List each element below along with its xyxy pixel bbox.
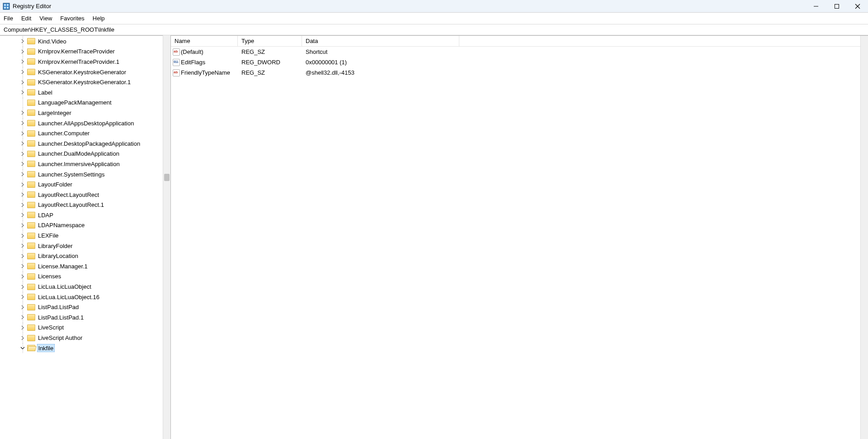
chevron-right-icon[interactable] [19,181,26,188]
tree-item[interactable]: LibraryFolder [8,241,170,251]
tree-item[interactable]: LDAP [8,210,170,220]
tree-item[interactable]: Launcher.DualModeApplication [8,149,170,159]
folder-icon [27,120,35,126]
chevron-right-icon[interactable] [19,38,26,45]
tree-item[interactable]: LayoutFolder [8,179,170,190]
chevron-right-icon[interactable] [19,304,26,311]
chevron-right-icon[interactable] [19,222,26,229]
folder-icon [27,100,35,106]
column-data[interactable]: Data [302,36,459,46]
column-name[interactable]: Name [171,36,238,46]
tree-item-label: Launcher.Computer [38,130,90,137]
column-type[interactable]: Type [238,36,302,46]
tree-item[interactable]: ListPad.ListPad.1 [8,312,170,323]
chevron-right-icon[interactable] [19,314,26,321]
tree-item-label: LEXFile [38,232,59,239]
chevron-right-icon[interactable] [19,119,26,127]
tree-item[interactable]: LibraryLocation [8,251,170,261]
chevron-right-icon[interactable] [19,232,26,239]
tree-item-label: KSGenerator.KeystrokeGenerator.1 [38,79,131,86]
window-title: Registry Editor [13,3,51,10]
tree-item[interactable]: Label [8,87,170,98]
chevron-right-icon[interactable] [19,211,26,219]
tree-item[interactable]: LanguagePackManagement [8,98,170,108]
address-bar[interactable]: Computer\HKEY_CLASSES_ROOT\lnkfile [0,24,868,35]
chevron-right-icon[interactable] [19,273,26,280]
tree-item[interactable]: LiveScript [8,323,170,333]
maximize-button[interactable] [826,0,847,13]
registry-tree[interactable]: Kind.VideoKrnlprov.KernelTraceProviderKr… [0,36,170,353]
menu-favorites[interactable]: Favorites [60,15,84,22]
chevron-right-icon[interactable] [19,262,26,270]
chevron-right-icon[interactable] [19,160,26,167]
close-button[interactable] [847,0,868,13]
tree-item-label: LayoutRect.LayoutRect [38,191,99,198]
menu-file[interactable]: File [4,15,13,22]
chevron-right-icon[interactable] [19,68,26,76]
tree-item[interactable]: Licenses [8,272,170,282]
folder-icon [27,263,35,269]
tree-item[interactable]: Launcher.AllAppsDesktopApplication [8,118,170,129]
chevron-right-icon[interactable] [19,150,26,157]
menu-help[interactable]: Help [93,15,105,22]
tree-item[interactable]: KSGenerator.KeystrokeGenerator.1 [8,77,170,87]
chevron-right-icon[interactable] [19,48,26,55]
reg-dword-icon [173,59,180,66]
tree-item[interactable]: Krnlprov.KernelTraceProvider [8,47,170,57]
minimize-button[interactable] [806,0,826,13]
tree-item[interactable]: LDAPNamespace [8,220,170,231]
values-list[interactable]: (Default)REG_SZShortcutEditFlagsREG_DWOR… [171,47,868,78]
tree-item[interactable]: LicLua.LicLuaObject [8,282,170,292]
chevron-right-icon[interactable] [19,324,26,331]
folder-icon [27,345,35,351]
chevron-right-icon[interactable] [19,201,26,209]
tree-item[interactable]: KSGenerator.KeystrokeGenerator [8,67,170,77]
menu-view[interactable]: View [39,15,52,22]
chevron-right-icon[interactable] [19,79,26,86]
tree-item[interactable]: ListPad.ListPad [8,302,170,312]
tree-item[interactable]: Launcher.SystemSettings [8,169,170,180]
chevron-right-icon[interactable] [19,334,26,342]
tree-scrollbar[interactable] [163,35,170,439]
folder-icon [27,284,35,290]
tree-item[interactable]: Launcher.DesktopPackagedApplication [8,138,170,149]
chevron-right-icon[interactable] [19,253,26,260]
tree-item[interactable]: LayoutRect.LayoutRect.1 [8,200,170,210]
values-scrollbar[interactable] [860,36,868,439]
tree-item[interactable]: LicLua.LicLuaObject.16 [8,292,170,302]
chevron-right-icon[interactable] [19,171,26,178]
tree-item[interactable]: Launcher.Computer [8,128,170,138]
value-row[interactable]: (Default)REG_SZShortcut [171,47,868,57]
tree-item[interactable]: LEXFile [8,230,170,241]
tree-item[interactable]: Kind.Video [8,36,170,47]
chevron-right-icon[interactable] [19,130,26,137]
regedit-icon [3,3,10,10]
chevron-right-icon[interactable] [19,283,26,291]
chevron-right-icon[interactable] [19,242,26,249]
chevron-right-icon[interactable] [19,293,26,301]
tree-item[interactable]: Krnlprov.KernelTraceProvider.1 [8,57,170,67]
tree-item[interactable]: LayoutRect.LayoutRect [8,190,170,200]
tree-item[interactable]: lnkfile [8,343,170,353]
value-data: Shortcut [302,48,327,55]
tree-item[interactable]: Launcher.ImmersiveApplication [8,159,170,169]
tree-item-label: ListPad.ListPad [38,304,79,310]
tree-item-label: Label [38,89,52,96]
value-row[interactable]: EditFlagsREG_DWORD0x00000001 (1) [171,57,868,67]
menu-edit[interactable]: Edit [21,15,31,22]
chevron-right-icon[interactable] [19,191,26,198]
value-name: EditFlags [181,59,238,66]
folder-icon [27,273,35,280]
value-row[interactable]: FriendlyTypeNameREG_SZ@shell32.dll,-4153 [171,67,868,78]
chevron-right-icon[interactable] [19,89,26,96]
chevron-down-icon[interactable] [19,344,26,352]
tree-item[interactable]: License.Manager.1 [8,261,170,272]
chevron-right-icon[interactable] [19,109,26,116]
tree-item-label: Launcher.ImmersiveApplication [38,161,120,167]
tree-item[interactable]: LiveScript Author [8,333,170,343]
chevron-right-icon[interactable] [19,140,26,147]
tree-scrollbar-thumb[interactable] [164,174,170,181]
folder-icon [27,253,35,259]
tree-item[interactable]: LargeInteger [8,108,170,118]
chevron-right-icon[interactable] [19,58,26,65]
